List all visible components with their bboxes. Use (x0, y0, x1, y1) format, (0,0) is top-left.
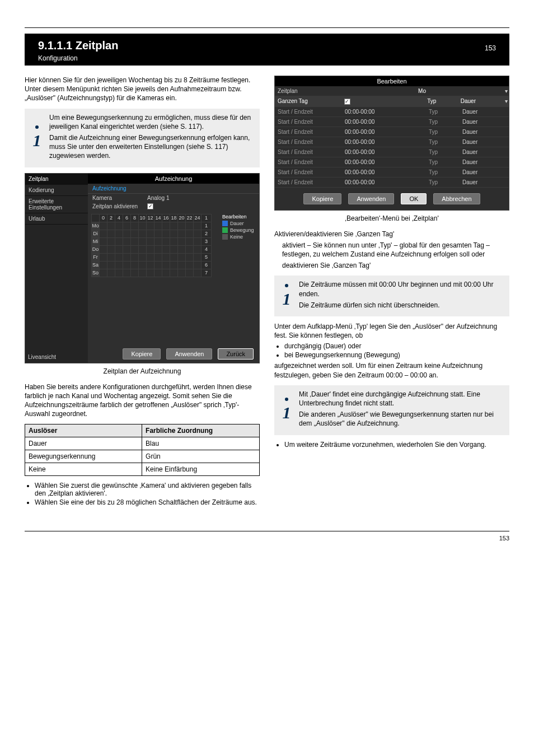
sched-back-button[interactable]: Zurück (218, 348, 254, 360)
time-row: Start / Endzeit00:00-00:00TypDauer (275, 178, 509, 188)
enable-label: Zeitplan aktivieren (92, 203, 143, 209)
info2-line2: Die Zeiträume dürfen sich nicht überschn… (299, 301, 504, 310)
live-view-label[interactable]: Liveansicht (28, 354, 56, 360)
info3-line2: Die anderen „Auslöser" wie Bewegungserke… (299, 410, 504, 428)
section-title: 9.1.1.1 Zeitplan (38, 39, 118, 52)
camera-value[interactable]: Analog 1 (147, 195, 169, 201)
edit-copy-button[interactable]: Kopiere (303, 193, 341, 204)
page-number: 153 (499, 535, 509, 542)
sidebar-item-erweitert[interactable]: Erweiterte Einstellungen (25, 196, 88, 213)
table-row: Sa6 (92, 261, 212, 269)
edit-ok-button[interactable]: OK (401, 193, 427, 204)
info1-line2: Damit die Aufzeichnung einer Bewegungser… (49, 133, 254, 161)
info-box-2: 1 Die Zeiträume müssen mit 00:00 Uhr beg… (274, 276, 509, 316)
allday-toggle-text: Aktivieren/deaktivieren Sie ‚Ganzen Tag' (274, 230, 509, 239)
list-item: Wählen Sie zuerst die gewünschte ‚Kamera… (35, 482, 260, 497)
time-row: Start / Endzeit00:00-00:00TypDauer (275, 167, 509, 178)
sidebar-item-zeitplan[interactable]: Zeitplan (25, 174, 88, 185)
list-item: Wählen Sie eine der bis zu 28 möglichen … (35, 498, 260, 506)
header-pageref: 153 (485, 44, 496, 52)
section-subtitle: Konfiguration (38, 54, 496, 62)
time-row: Start / Endzeit00:00-00:00TypDauer (275, 157, 509, 167)
list-item: durchgängig (Dauer) oder (284, 342, 509, 350)
time-row: Start / Endzeit00:00-00:00TypDauer (275, 117, 509, 127)
sidebar-item-urlaub[interactable]: Urlaub (25, 213, 88, 225)
info-icon: 1 (25, 109, 49, 167)
color-mapping-table: AuslöserFarbliche Zuordnung DauerBlau Be… (25, 424, 260, 476)
allday-off-text: deaktivieren Sie ‚Ganzen Tag' (282, 261, 509, 270)
edit-cancel-button[interactable]: Abbrechen (433, 193, 480, 204)
table-row: So7 (92, 269, 212, 277)
sched-copy-button[interactable]: Kopiere (123, 348, 161, 360)
page-footer: 153 (25, 531, 509, 542)
chevron-down-icon[interactable]: ▾ (502, 86, 509, 96)
section-header: 9.1.1.1 Zeitplan 153 Konfiguration (25, 34, 509, 66)
info2-line1: Die Zeiträume müssen mit 00:00 Uhr begin… (299, 280, 504, 298)
chevron-down-icon[interactable]: ▾ (502, 96, 509, 106)
info-icon: 1 (274, 276, 299, 316)
enable-checkbox[interactable]: ✓ (147, 203, 153, 209)
panel-title: Aufzeichnung (88, 174, 259, 184)
table-row: Di2 (92, 230, 212, 237)
table-row: Mo1 (92, 222, 212, 230)
legend-edit[interactable]: Bearbeiten (222, 214, 256, 220)
th-farbe: Farbliche Zuordnung (142, 424, 260, 437)
time-row: Start / Endzeit00:00-00:00TypDauer (275, 127, 509, 137)
edit-sched-value[interactable]: Mo (342, 86, 502, 96)
type-intro: Unter dem Aufklapp-Menü ‚Typ' legen Sie … (274, 322, 509, 340)
timeline-grid[interactable]: 024681012141618202224 1 Mo1 Di2 Mi3 Do4 … (91, 214, 212, 277)
info-icon: 1 (274, 385, 299, 435)
time-row: Start / Endzeit00:00-00:00TypDauer (275, 107, 509, 117)
edit-caption: ‚Bearbeiten'-Menü bei ‚Zeitplan' (274, 214, 509, 223)
schedule-screenshot: Zeitplan Kodierung Erweiterte Einstellun… (25, 173, 260, 363)
table-row: Do4 (92, 245, 212, 253)
time-row: Start / Endzeit00:00-00:00TypDauer (275, 137, 509, 147)
type-header-value[interactable]: Dauer (458, 96, 502, 106)
edit-dialog: Bearbeiten Zeitplan Mo ▾ Ganzen Tag ✓ Ty… (274, 76, 509, 211)
allday-on-text: aktiviert – Sie können nun unter ‚Typ' –… (282, 241, 509, 259)
info-box-3: 1 Mit ‚Dauer' findet eine durchgängige A… (274, 385, 509, 435)
sched-apply-button[interactable]: Anwenden (166, 348, 212, 360)
sched-caption: Zeitplan der Aufzeichnung (25, 367, 260, 376)
camera-label: Kamera (92, 195, 143, 201)
info-box-1: 1 Um eine Bewegungserkennung zu ermöglic… (25, 109, 260, 167)
allday-label: Ganzen Tag (275, 96, 341, 106)
table-row: Fr5 (92, 253, 212, 261)
legend-bewegung: Bewegung (222, 227, 256, 233)
legend-dauer: Dauer (222, 221, 256, 226)
list-item: Um weitere Zeiträume vorzunehmen, wieder… (284, 441, 509, 449)
table-row: Mi3 (92, 237, 212, 245)
below-sched-paragraph: Haben Sie bereits andere Konfigurationen… (25, 382, 260, 419)
info1-line1: Um eine Bewegungserkennung zu ermögliche… (49, 113, 254, 131)
edit-apply-button[interactable]: Anwenden (348, 193, 394, 204)
hours-row: 024681012141618202224 1 (92, 214, 212, 222)
intro-paragraph: Hier können Sie für den jeweiligen Woche… (25, 76, 260, 103)
tab-aufzeichnung[interactable]: Aufzeichnung (88, 184, 259, 194)
allday-checkbox[interactable]: ✓ (344, 99, 350, 105)
th-ausloeser: Auslöser (25, 424, 142, 437)
edit-sched-label: Zeitplan (275, 86, 342, 96)
sidebar-item-kodierung[interactable]: Kodierung (25, 185, 88, 196)
list-item: bei Bewegungserkennung (Bewegung) (284, 351, 509, 359)
time-row: Start / Endzeit00:00-00:00TypDauer (275, 147, 509, 157)
legend-keine: Keine (222, 234, 256, 240)
type-after: aufgezeichnet werden soll. Um für einen … (274, 361, 509, 379)
type-header: Typ (424, 96, 457, 106)
top-rule (25, 20, 509, 28)
info3-line1: Mit ‚Dauer' findet eine durchgängige Auf… (299, 390, 504, 408)
edit-title: Bearbeiten (275, 76, 509, 86)
